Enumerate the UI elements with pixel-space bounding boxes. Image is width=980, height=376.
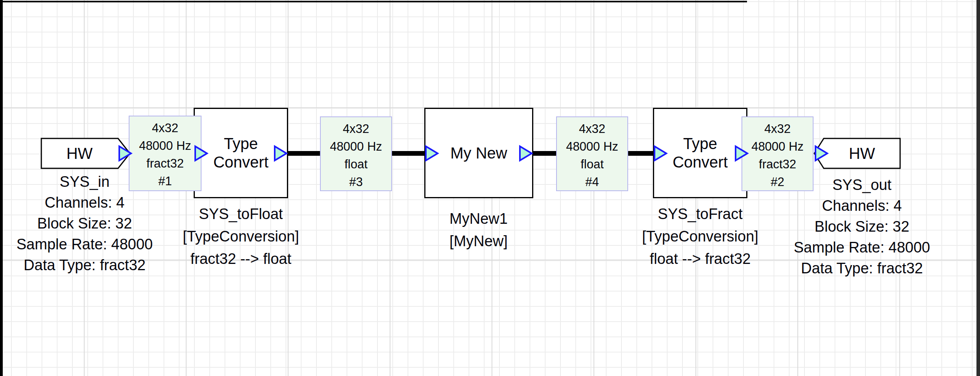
instance-name: SYS_toFloat	[183, 203, 299, 225]
module-class: [TypeConversion]	[183, 225, 299, 248]
canvas-right-border	[976, 0, 980, 376]
conversion-info: fract32 --> float	[183, 248, 299, 270]
my-new-output-pin[interactable]	[520, 146, 532, 160]
schematic-canvas[interactable]: Type Convert My New Type Convert 4x32 48…	[0, 0, 980, 376]
sample-rate-info: Sample Rate: 48000	[794, 237, 930, 258]
instance-name: SYS_out	[794, 175, 930, 195]
canvas-top-border	[0, 1, 747, 2]
canvas-left-border	[0, 0, 3, 376]
type-convert-2-caption: SYS_toFract [TypeConversion] float --> f…	[642, 203, 758, 270]
hw-output-input-pin[interactable]	[815, 146, 827, 160]
sample-rate-info: Sample Rate: 48000	[17, 234, 153, 255]
my-new-input-pin[interactable]	[426, 146, 438, 160]
type-convert-1-caption: SYS_toFloat [TypeConversion] fract32 -->…	[183, 203, 299, 270]
hw-output-caption: SYS_out Channels: 4 Block Size: 32 Sampl…	[794, 175, 930, 279]
block-size-info: Block Size: 32	[17, 213, 153, 234]
hw-input-output-pin[interactable]	[119, 146, 131, 160]
hw-input-caption: SYS_in Channels: 4 Block Size: 32 Sample…	[17, 171, 153, 276]
data-type-info: Data Type: fract32	[17, 255, 153, 276]
block-size-info: Block Size: 32	[794, 216, 930, 237]
type-convert-1-input-pin[interactable]	[195, 146, 207, 160]
instance-name: SYS_toFract	[642, 203, 758, 225]
channels-info: Channels: 4	[17, 192, 153, 213]
type-convert-2-output-pin[interactable]	[736, 146, 747, 160]
instance-name: MyNew1	[449, 208, 508, 230]
data-type-info: Data Type: fract32	[794, 258, 930, 279]
module-class: [MyNew]	[449, 230, 508, 253]
instance-name: SYS_in	[17, 171, 153, 192]
conversion-info: float --> fract32	[642, 248, 758, 270]
type-convert-2-input-pin[interactable]	[655, 146, 666, 160]
module-class: [TypeConversion]	[642, 225, 758, 248]
channels-info: Channels: 4	[794, 195, 930, 216]
my-new-caption: MyNew1 [MyNew]	[449, 208, 508, 253]
type-convert-1-output-pin[interactable]	[275, 146, 287, 160]
